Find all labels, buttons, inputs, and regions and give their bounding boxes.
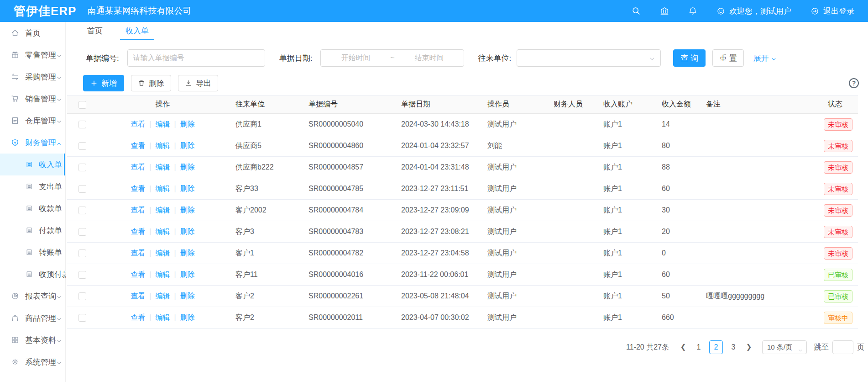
export-button[interactable]: 导出 xyxy=(178,75,218,91)
next-page-button[interactable]: ❯ xyxy=(742,340,756,354)
page-number-1[interactable]: 1 xyxy=(692,340,706,354)
cell-remark xyxy=(699,114,821,135)
logout-button[interactable]: 退出登录 xyxy=(810,6,854,16)
row-checkbox[interactable] xyxy=(78,228,86,236)
delete-link[interactable]: 删除 xyxy=(180,313,195,321)
row-checkbox[interactable] xyxy=(78,142,86,150)
delete-link[interactable]: 删除 xyxy=(180,228,195,235)
cell-status: 未审核 xyxy=(821,178,858,200)
row-checkbox[interactable] xyxy=(78,249,86,257)
table-body: 查看|编辑|删除供应商1SR000000050402024-03-30 14:4… xyxy=(67,114,858,329)
sidebar-item-sales[interactable]: 销售管理 xyxy=(0,88,65,110)
add-button[interactable]: 新增 xyxy=(83,75,124,91)
help-icon[interactable]: ? xyxy=(849,78,859,88)
search-icon[interactable] xyxy=(632,6,641,16)
view-link[interactable]: 查看 xyxy=(131,271,145,278)
date-range-picker[interactable]: 开始时间 ~ 结束时间 xyxy=(320,49,464,67)
bank-icon[interactable] xyxy=(660,6,669,16)
cell-operator: 测试用户 xyxy=(480,264,546,286)
sidebar-item-payment-bill[interactable]: 付款单 xyxy=(0,219,65,241)
edit-link[interactable]: 编辑 xyxy=(156,163,170,171)
view-link[interactable]: 查看 xyxy=(131,185,145,192)
sidebar-item-prepaid-bill[interactable]: 收预付款 xyxy=(0,263,65,285)
edit-link[interactable]: 编辑 xyxy=(156,228,170,235)
prev-page-button[interactable]: ❮ xyxy=(676,340,690,354)
cell-bill-date: 2023-12-27 23:11:51 xyxy=(394,178,480,200)
cell-bill-date: 2023-11-22 00:06:01 xyxy=(394,264,480,286)
edit-link[interactable]: 编辑 xyxy=(156,292,170,300)
sidebar-item-warehouse[interactable]: 仓库管理 xyxy=(0,110,65,132)
row-checkbox[interactable] xyxy=(78,207,86,214)
partner-select[interactable] xyxy=(517,49,661,67)
sidebar-item-retail[interactable]: 零售管理 xyxy=(0,44,65,66)
sidebar-item-base-data[interactable]: 基本资料 xyxy=(0,329,65,351)
page-jump-input[interactable] xyxy=(832,340,853,354)
tab-income-bill[interactable]: 收入单 xyxy=(120,22,154,40)
edit-link[interactable]: 编辑 xyxy=(156,313,170,321)
edit-link[interactable]: 编辑 xyxy=(156,185,170,192)
row-checkbox[interactable] xyxy=(78,292,86,300)
row-checkbox[interactable] xyxy=(78,121,86,128)
delete-link[interactable]: 删除 xyxy=(180,163,195,171)
sidebar-item-expense-bill[interactable]: 支出单 xyxy=(0,175,65,197)
delete-link[interactable]: 删除 xyxy=(180,185,195,192)
edit-link[interactable]: 编辑 xyxy=(156,120,170,128)
bill-no-input[interactable] xyxy=(127,49,265,67)
reset-button[interactable]: 重 置 xyxy=(712,49,744,67)
sidebar-item-income-bill[interactable]: 收入单 xyxy=(0,154,65,175)
view-link[interactable]: 查看 xyxy=(131,120,145,128)
row-checkbox-cell xyxy=(67,221,97,243)
row-checkbox-cell xyxy=(67,200,97,221)
sidebar-item-finance[interactable]: 财务管理 xyxy=(0,132,65,154)
view-link[interactable]: 查看 xyxy=(131,249,145,257)
delete-link[interactable]: 删除 xyxy=(180,142,195,149)
view-link[interactable]: 查看 xyxy=(131,292,145,300)
select-all-checkbox[interactable] xyxy=(78,101,86,109)
page-number-3[interactable]: 3 xyxy=(727,340,740,354)
delete-link[interactable]: 删除 xyxy=(180,292,195,300)
cell-operator: 测试用户 xyxy=(480,221,546,243)
row-checkbox[interactable] xyxy=(78,185,86,193)
tabbar: 首页收入单 xyxy=(66,22,868,40)
edit-link[interactable]: 编辑 xyxy=(156,206,170,214)
page-number-2[interactable]: 2 xyxy=(709,340,723,354)
cell-status: 未审核 xyxy=(821,157,858,178)
edit-link[interactable]: 编辑 xyxy=(156,142,170,149)
page-size-select[interactable]: 10 条/页 xyxy=(762,340,807,354)
op-separator: | xyxy=(174,228,176,235)
cell-partner: 客户11 xyxy=(228,264,301,286)
delete-link[interactable]: 删除 xyxy=(180,249,195,257)
sidebar-item-reports[interactable]: 报表查询 xyxy=(0,285,65,307)
cell-amount: 80 xyxy=(654,135,699,157)
row-checkbox-cell xyxy=(67,243,97,264)
sidebar-item-transfer-bill[interactable]: 转账单 xyxy=(0,241,65,263)
edit-link[interactable]: 编辑 xyxy=(156,271,170,278)
delete-button-label: 删除 xyxy=(149,78,164,89)
tab-home[interactable]: 首页 xyxy=(82,22,108,40)
view-link[interactable]: 查看 xyxy=(131,163,145,171)
row-checkbox[interactable] xyxy=(78,164,86,171)
bell-icon[interactable] xyxy=(688,6,697,16)
op-separator: | xyxy=(149,228,151,235)
sidebar-item-system[interactable]: 系统管理 xyxy=(0,351,65,373)
row-checkbox[interactable] xyxy=(78,314,86,322)
download-icon xyxy=(185,80,192,87)
row-checkbox[interactable] xyxy=(78,271,86,279)
user-welcome[interactable]: 欢迎您，测试用户 xyxy=(716,6,791,16)
view-link[interactable]: 查看 xyxy=(131,206,145,214)
delete-button[interactable]: 删除 xyxy=(131,75,171,91)
delete-link[interactable]: 删除 xyxy=(180,120,195,128)
sidebar-item-receipt-bill[interactable]: 收款单 xyxy=(0,197,65,219)
delete-link[interactable]: 删除 xyxy=(180,271,195,278)
expand-filters-link[interactable]: 展开 xyxy=(753,53,777,64)
edit-link[interactable]: 编辑 xyxy=(156,249,170,257)
sidebar-item-goods[interactable]: 商品管理 xyxy=(0,307,65,329)
view-link[interactable]: 查看 xyxy=(131,313,145,321)
view-link[interactable]: 查看 xyxy=(131,228,145,235)
view-link[interactable]: 查看 xyxy=(131,142,145,149)
search-button[interactable]: 查 询 xyxy=(673,49,706,67)
sidebar: 首页零售管理采购管理销售管理仓库管理财务管理收入单支出单收款单付款单转账单收预付… xyxy=(0,22,66,382)
sidebar-item-purchase[interactable]: 采购管理 xyxy=(0,66,65,88)
sidebar-item-home[interactable]: 首页 xyxy=(0,22,65,44)
delete-link[interactable]: 删除 xyxy=(180,206,195,214)
